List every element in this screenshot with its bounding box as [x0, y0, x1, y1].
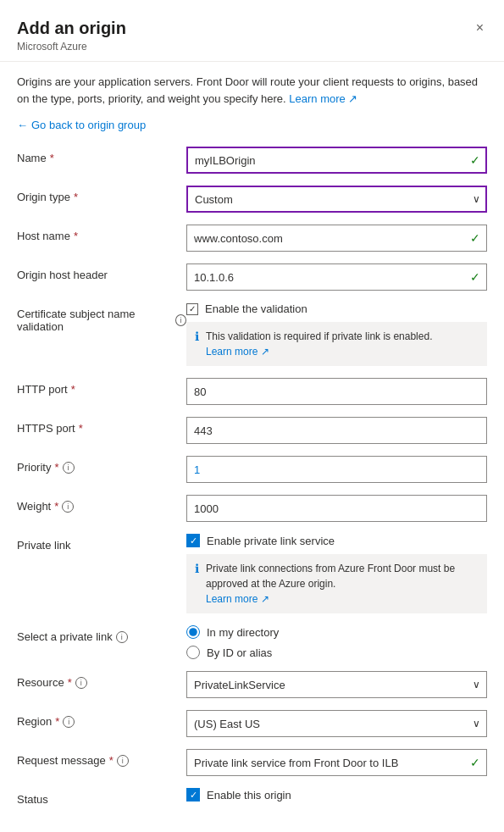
- private-link-row: Private link Enable private link service…: [17, 534, 487, 613]
- private-link-learn-more-link[interactable]: Learn more ↗: [206, 593, 269, 605]
- private-link-checkbox[interactable]: [186, 534, 200, 547]
- private-link-info-circle-icon: ℹ: [195, 562, 199, 575]
- region-row: Region * i (US) East US ∨: [17, 710, 487, 737]
- select-private-link-radio-group: In my directory By ID or alias: [186, 625, 487, 659]
- host-name-input[interactable]: [186, 225, 487, 252]
- private-link-checkbox-label: Enable private link service: [207, 535, 335, 547]
- resource-select[interactable]: PrivateLinkService: [186, 671, 487, 698]
- weight-row: Weight * i: [17, 495, 487, 522]
- external-link-icon: ↗: [348, 92, 357, 105]
- status-label: Status: [17, 788, 186, 806]
- https-port-control-wrap: [186, 417, 487, 444]
- host-name-required-star: *: [74, 230, 78, 242]
- name-row: Name * ✓: [17, 147, 487, 174]
- https-port-required-star: *: [79, 422, 83, 435]
- origin-host-header-input[interactable]: [186, 263, 487, 291]
- cert-validation-info-box: ℹ This validation is required if private…: [186, 322, 487, 366]
- host-name-row: Host name * ✓: [17, 225, 487, 252]
- origin-host-header-input-wrapper: ✓: [186, 263, 487, 291]
- cert-validation-row: Certificate subject name validation i En…: [17, 302, 487, 366]
- https-port-input[interactable]: [186, 417, 487, 444]
- request-message-check-icon: ✓: [470, 756, 480, 769]
- request-message-control-wrap: ✓: [186, 749, 487, 776]
- select-private-link-control-wrap: In my directory By ID or alias: [186, 625, 487, 659]
- select-private-link-info-icon[interactable]: i: [116, 631, 128, 643]
- name-control-wrap: ✓: [186, 147, 487, 174]
- region-required-star: *: [55, 715, 59, 728]
- resource-required-star: *: [68, 676, 72, 689]
- cert-validation-info-circle-icon: ℹ: [195, 330, 199, 343]
- name-check-icon: ✓: [470, 153, 480, 167]
- radio-id-row: By ID or alias: [186, 646, 487, 659]
- radio-id-input[interactable]: [186, 646, 200, 659]
- host-name-input-wrapper: ✓: [186, 225, 487, 252]
- region-select-wrap: (US) East US ∨: [186, 710, 487, 737]
- priority-label: Priority * i: [17, 456, 186, 474]
- region-info-icon[interactable]: i: [63, 716, 75, 728]
- origin-host-header-row: Origin host header ✓: [17, 263, 487, 291]
- origin-type-label: Origin type *: [17, 186, 186, 203]
- arrow-left-icon: ←: [17, 119, 28, 131]
- request-message-required-star: *: [109, 754, 114, 767]
- cert-validation-checkbox-label: Enable the validation: [205, 302, 307, 315]
- radio-directory-label: In my directory: [207, 626, 279, 639]
- name-input-wrapper: ✓: [186, 147, 487, 174]
- http-port-required-star: *: [71, 383, 75, 396]
- request-message-info-icon[interactable]: i: [117, 755, 129, 767]
- cert-validation-learn-more-link[interactable]: Learn more ↗: [206, 346, 269, 358]
- priority-input[interactable]: [186, 456, 487, 483]
- description-learn-more-link[interactable]: Learn more ↗: [289, 92, 357, 105]
- request-message-row: Request message * i ✓: [17, 749, 487, 776]
- priority-control-wrap: [186, 456, 487, 483]
- description-text: Origins are your application servers. Fr…: [17, 74, 487, 107]
- origin-host-header-label: Origin host header: [17, 263, 186, 281]
- origin-type-control-wrap: Custom App Service Storage Cloud service…: [186, 186, 487, 213]
- http-port-control-wrap: [186, 378, 487, 405]
- weight-control-wrap: [186, 495, 487, 522]
- name-required-star: *: [50, 152, 54, 164]
- http-port-input[interactable]: [186, 378, 487, 405]
- origin-host-header-control-wrap: ✓: [186, 263, 487, 291]
- origin-type-select-wrap: Custom App Service Storage Cloud service…: [186, 186, 487, 213]
- select-private-link-row: Select a private link i In my directory …: [17, 625, 487, 659]
- priority-info-icon[interactable]: i: [63, 462, 75, 474]
- priority-row: Priority * i: [17, 456, 487, 483]
- panel-title: Add an origin: [17, 19, 126, 38]
- request-message-label: Request message * i: [17, 749, 186, 767]
- panel-subtitle: Microsoft Azure: [17, 41, 487, 53]
- origin-type-required-star: *: [74, 191, 78, 203]
- cert-validation-control-wrap: Enable the validation ℹ This validation …: [186, 302, 487, 366]
- status-checkbox[interactable]: [186, 788, 200, 801]
- origin-type-row: Origin type * Custom App Service Storage…: [17, 186, 487, 213]
- resource-info-icon[interactable]: i: [75, 677, 87, 689]
- https-port-label: HTTPS port *: [17, 417, 186, 435]
- radio-id-label: By ID or alias: [207, 646, 272, 659]
- panel-header: Add an origin × Microsoft Azure: [0, 0, 504, 62]
- weight-input[interactable]: [186, 495, 487, 522]
- weight-label: Weight * i: [17, 495, 186, 513]
- cert-validation-info-text: This validation is required if private l…: [206, 329, 432, 359]
- resource-row: Resource * i PrivateLinkService ∨: [17, 671, 487, 698]
- panel-title-row: Add an origin ×: [17, 17, 487, 39]
- cert-validation-checkbox[interactable]: [186, 303, 198, 315]
- back-to-origin-group-link[interactable]: ← Go back to origin group: [17, 119, 487, 131]
- region-label: Region * i: [17, 710, 186, 728]
- cert-validation-checkbox-row: Enable the validation: [186, 302, 487, 315]
- origin-type-select[interactable]: Custom App Service Storage Cloud service: [186, 186, 487, 213]
- region-select[interactable]: (US) East US: [186, 710, 487, 737]
- status-row: Status Enable this origin: [17, 788, 487, 808]
- http-port-row: HTTP port *: [17, 378, 487, 405]
- radio-directory-input[interactable]: [186, 625, 200, 639]
- resource-select-wrap: PrivateLinkService ∨: [186, 671, 487, 698]
- request-message-input[interactable]: [186, 749, 487, 776]
- origin-host-header-check-icon: ✓: [470, 270, 480, 284]
- host-name-control-wrap: ✓: [186, 225, 487, 252]
- private-link-checkbox-row: Enable private link service: [186, 534, 487, 547]
- cert-validation-info-icon[interactable]: i: [175, 314, 186, 326]
- cert-validation-label: Certificate subject name validation i: [17, 302, 186, 333]
- cert-validation-external-link-icon: ↗: [261, 346, 269, 358]
- close-icon-button[interactable]: ×: [473, 17, 487, 39]
- https-port-row: HTTPS port *: [17, 417, 487, 444]
- name-input[interactable]: [186, 147, 487, 174]
- weight-info-icon[interactable]: i: [62, 501, 74, 513]
